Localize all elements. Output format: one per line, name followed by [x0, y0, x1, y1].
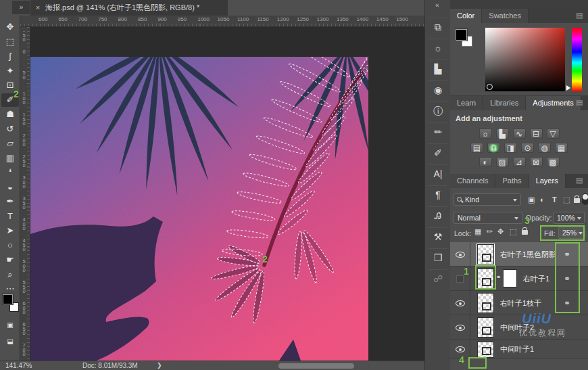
tab-color[interactable]: Color — [450, 9, 482, 23]
toolbar-collapse-icon[interactable]: » — [12, 1, 30, 14]
blend-mode-dropdown[interactable]: Normal — [454, 212, 522, 224]
eye-icon[interactable] — [456, 325, 465, 331]
adjustment-icon[interactable]: ▤ — [470, 143, 483, 153]
layer-name[interactable]: 中间叶子1 — [500, 340, 534, 359]
paragraph-icon[interactable]: ¶ — [428, 185, 447, 203]
dodge-tool[interactable]: ◒ — [1, 181, 19, 194]
adjustment-icon[interactable]: ⊠ — [530, 157, 543, 167]
filter-toggle[interactable] — [582, 193, 588, 205]
hand-tool[interactable]: ☛ — [1, 253, 19, 267]
hue-slider[interactable] — [572, 28, 582, 91]
layer-thumbnail[interactable] — [477, 244, 494, 264]
close-icon[interactable]: × — [30, 0, 45, 16]
lock-artboard-icon[interactable]: ⬚ — [510, 227, 516, 236]
visibility-well[interactable] — [450, 315, 470, 340]
marquee-tool[interactable]: ⬚ — [1, 35, 19, 49]
pen-tool[interactable]: ✒ — [1, 195, 19, 208]
screen-mode-tool[interactable]: ⬓ — [1, 335, 19, 348]
adjustment-icon[interactable]: ◨ — [504, 143, 517, 153]
filter-type-layers-icon[interactable]: T — [552, 195, 557, 204]
layer-name[interactable]: 右叶子1 — [523, 267, 549, 291]
eraser-tool[interactable]: ▱ — [1, 137, 19, 150]
zoom-tool[interactable]: ⌕ — [1, 268, 19, 281]
history-icon[interactable]: ⧉ — [428, 18, 447, 35]
adjustment-icon[interactable]: ◍ — [538, 143, 551, 153]
properties-icon[interactable]: ☼ — [428, 39, 447, 56]
tab-learn[interactable]: Learn — [450, 96, 483, 110]
character-icon[interactable]: A| — [428, 164, 447, 182]
shape-tool[interactable]: ○ — [1, 239, 19, 252]
adjustment-icon[interactable]: ▦ — [555, 143, 568, 153]
color-field[interactable] — [485, 28, 565, 91]
dock-collapse-icon[interactable]: « — [435, 1, 439, 9]
layer-row[interactable]: 中间叶子1 — [450, 340, 588, 359]
layer-thumbnail[interactable] — [477, 342, 494, 358]
brush-settings-icon[interactable]: ✏ — [428, 122, 447, 140]
eye-icon[interactable] — [456, 252, 465, 258]
type-tool[interactable]: T — [1, 210, 19, 223]
foreground-color-swatch[interactable] — [3, 294, 13, 304]
zoom-level[interactable]: 141.47% — [5, 361, 32, 370]
tab-libraries[interactable]: Libraries — [483, 96, 526, 110]
adjustment-icon[interactable]: ▩ — [547, 157, 560, 167]
visibility-well[interactable] — [450, 291, 470, 315]
canvas[interactable] — [30, 57, 368, 361]
share-icon[interactable]: ☍ — [428, 269, 447, 287]
tool-presets-icon[interactable]: ⚒ — [428, 227, 447, 245]
clone-source-icon[interactable]: ◉ — [428, 80, 447, 98]
layer-thumbnail[interactable] — [477, 293, 494, 313]
adjustment-icon[interactable]: ▨ — [496, 157, 509, 167]
filter-pixel-layers-icon[interactable]: ▣ — [528, 195, 535, 204]
visibility-well[interactable] — [450, 242, 470, 267]
tab-adjustments[interactable]: Adjustments — [526, 96, 581, 110]
opacity-value[interactable]: 100% — [553, 212, 585, 224]
tab-paths[interactable]: Paths — [495, 174, 529, 188]
layer-mask-thumbnail[interactable] — [503, 269, 517, 287]
glyphs-icon[interactable]: Ꭿ — [428, 206, 447, 224]
tab-layers[interactable]: Layers — [529, 174, 566, 188]
panel-menu-icon[interactable]: ▤ — [576, 11, 585, 19]
adjustment-icon[interactable]: ♎ — [487, 143, 500, 153]
lock-pixels-icon[interactable]: ✏ — [487, 227, 493, 236]
blur-tool[interactable]: ❛ — [1, 166, 19, 179]
magic-wand-tool[interactable]: ✦ — [1, 64, 19, 78]
horizontal-scrollbar[interactable] — [278, 363, 354, 369]
more-tools-tool[interactable]: ⋯ — [1, 282, 19, 296]
adjustment-icon[interactable]: ☼ — [479, 129, 492, 139]
color-cursor[interactable] — [487, 84, 493, 90]
adjustment-icon[interactable]: ▙ — [496, 129, 509, 139]
history-brush-tool[interactable]: ↺ — [1, 122, 19, 136]
histogram-icon[interactable]: ▙ — [428, 60, 447, 77]
status-chevron-icon[interactable]: ❯ — [157, 361, 162, 370]
layer-thumbnail[interactable] — [477, 317, 494, 338]
lock-position-icon[interactable]: ✥ — [497, 227, 504, 236]
panel-menu-icon[interactable]: ▤ — [576, 177, 585, 184]
brushes-icon[interactable]: ✐ — [428, 143, 447, 161]
color-foreground-swatch[interactable] — [456, 29, 467, 41]
adjustment-icon[interactable]: ▽ — [547, 129, 560, 139]
quick-mask-tool[interactable]: ▣ — [1, 319, 19, 332]
lock-transparency-icon[interactable]: ▦ — [474, 227, 481, 236]
eye-hidden[interactable] — [456, 275, 464, 283]
filter-smart-objects-icon[interactable] — [574, 198, 580, 203]
document-tab[interactable]: ×海报.psd @ 141% (右叶子1黑色阴影, RGB/8) * — [30, 0, 228, 16]
adjustment-icon[interactable]: ◐ — [479, 157, 492, 167]
adjustment-icon[interactable]: ⊟ — [530, 129, 543, 139]
move-tool[interactable]: ✥ — [1, 20, 19, 34]
gradient-tool[interactable]: ▥ — [1, 152, 19, 165]
filter-kind-dropdown[interactable]: Kind — [454, 193, 521, 206]
lasso-tool[interactable]: ʃ — [1, 49, 19, 63]
eye-icon[interactable] — [456, 300, 465, 306]
adjustment-icon[interactable]: ⊙ — [521, 143, 534, 153]
tab-channels[interactable]: Channels — [450, 174, 495, 188]
tab-swatches[interactable]: Swatches — [482, 9, 529, 23]
filter-adjustment-layers-icon[interactable]: ◐ — [540, 195, 545, 204]
clone-stamp-tool[interactable]: ☗ — [1, 108, 19, 121]
foreground-background-swatches[interactable] — [3, 294, 19, 312]
adjustment-icon[interactable]: ⊿ — [513, 157, 526, 167]
filter-shape-layers-icon[interactable]: ⬚ — [563, 195, 570, 204]
adjustment-icon[interactable]: ∿ — [513, 129, 526, 139]
threed-icon[interactable]: ❒ — [428, 248, 447, 266]
info-icon[interactable]: ⓘ — [428, 101, 447, 119]
eye-icon[interactable] — [456, 346, 465, 352]
